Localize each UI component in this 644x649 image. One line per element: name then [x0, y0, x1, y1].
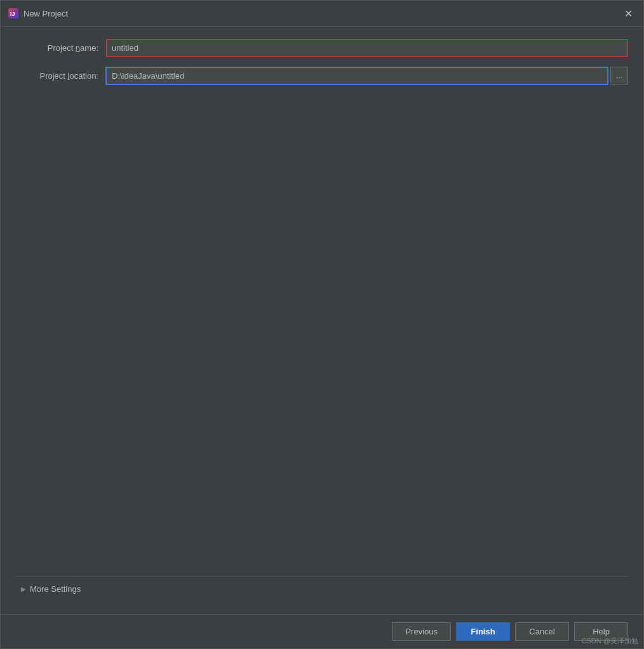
browse-button[interactable]: ... [610, 67, 628, 84]
project-name-label: Project name: [16, 43, 98, 53]
close-button[interactable]: ✕ [621, 6, 636, 21]
footer: Previous Finish Cancel Help [1, 614, 643, 648]
svg-text:IJ: IJ [10, 11, 15, 17]
project-location-input[interactable] [106, 67, 608, 84]
project-name-row: Project name: [16, 39, 628, 57]
finish-button[interactable]: Finish [456, 622, 510, 641]
title-bar: IJ New Project ✕ [1, 1, 643, 27]
project-location-row: Project location: ... [16, 67, 628, 84]
new-project-dialog: IJ New Project ✕ Project name: Project l… [0, 0, 644, 649]
dialog-title: New Project [23, 9, 615, 18]
app-icon: IJ [8, 8, 18, 18]
location-input-container: ... [106, 67, 628, 84]
watermark: CSDN @吴泽加勉 [582, 636, 638, 646]
chevron-right-icon: ▶ [21, 585, 26, 592]
content-area [16, 95, 628, 566]
cancel-button[interactable]: Cancel [515, 622, 569, 641]
more-settings-toggle[interactable]: ▶ More Settings [16, 582, 628, 596]
more-settings-label: More Settings [30, 584, 81, 594]
more-settings-section: ▶ More Settings [16, 576, 628, 601]
previous-button[interactable]: Previous [392, 622, 451, 641]
project-name-input[interactable] [106, 39, 628, 57]
dialog-body: Project name: Project location: ... ▶ Mo… [1, 27, 643, 614]
project-location-label: Project location: [16, 71, 98, 81]
